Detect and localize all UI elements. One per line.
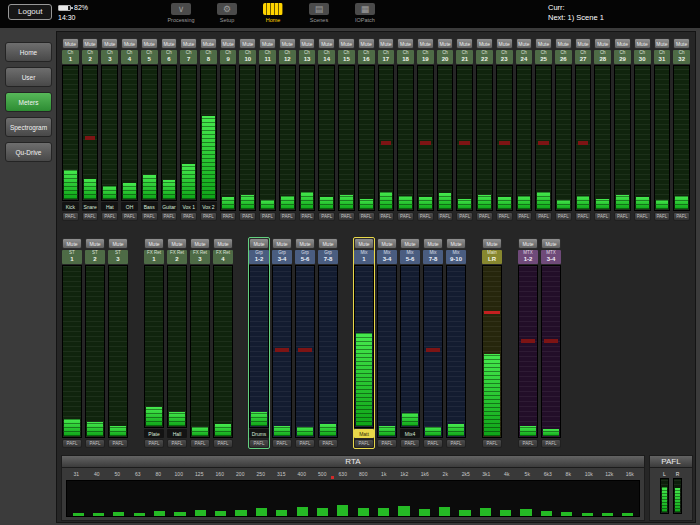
mute-button[interactable]: Mute [190,238,210,249]
channel-header[interactable]: Ch21 [456,50,473,64]
mute-button[interactable]: Mute [437,38,454,49]
mute-button[interactable]: Mute [535,38,552,49]
mute-button[interactable]: Mute [614,38,631,49]
channel-header[interactable]: Mix1 [354,250,374,264]
channel-header[interactable]: Ch23 [496,50,513,64]
pafl-button[interactable]: PAFL [220,212,237,221]
pafl-button[interactable]: PAFL [200,212,217,221]
pafl-button[interactable]: PAFL [400,439,420,448]
pafl-button[interactable]: PAFL [190,439,210,448]
channel-header[interactable]: Ch28 [594,50,611,64]
mute-button[interactable]: Mute [456,38,473,49]
pafl-button[interactable]: PAFL [496,212,513,221]
channel-header[interactable]: Ch24 [516,50,533,64]
pafl-button[interactable]: PAFL [144,439,164,448]
channel-header[interactable]: Ch3 [101,50,118,64]
mute-button[interactable]: Mute [446,238,466,249]
pafl-button[interactable]: PAFL [397,212,414,221]
mute-button[interactable]: Mute [673,38,690,49]
pafl-button[interactable]: PAFL [259,212,276,221]
pafl-button[interactable]: PAFL [213,439,233,448]
mute-button[interactable]: Mute [272,238,292,249]
mute-button[interactable]: Mute [161,38,178,49]
channel-header[interactable]: ST2 [85,250,105,264]
mute-button[interactable]: Mute [377,238,397,249]
channel-header[interactable]: Ch4 [121,50,138,64]
mute-button[interactable]: Mute [378,38,395,49]
pafl-button[interactable]: PAFL [338,212,355,221]
mute-button[interactable]: Mute [180,38,197,49]
pafl-button[interactable]: PAFL [299,212,316,221]
mute-button[interactable]: Mute [496,38,513,49]
pafl-button[interactable]: PAFL [101,212,118,221]
pafl-button[interactable]: PAFL [476,212,493,221]
channel-header[interactable]: Ch9 [220,50,237,64]
pafl-button[interactable]: PAFL [535,212,552,221]
mute-button[interactable]: Mute [417,38,434,49]
channel-header[interactable]: Mix3-4 [377,250,397,264]
mute-button[interactable]: Mute [249,238,269,249]
channel-header[interactable]: MainLR [482,250,502,264]
pafl-button[interactable]: PAFL [673,212,690,221]
channel-header[interactable]: FX Ret1 [144,250,164,264]
channel-header[interactable]: Ch12 [279,50,296,64]
sidebar-item-home[interactable]: Home [5,42,52,62]
channel-header[interactable]: MTX3-4 [541,250,561,264]
channel-header[interactable]: Ch11 [259,50,276,64]
mute-button[interactable]: Mute [200,38,217,49]
pafl-button[interactable]: PAFL [121,212,138,221]
channel-header[interactable]: Ch22 [476,50,493,64]
channel-header[interactable]: Ch7 [180,50,197,64]
mute-button[interactable]: Mute [397,38,414,49]
mute-button[interactable]: Mute [423,238,443,249]
logout-button[interactable]: Logout [8,4,52,20]
mute-button[interactable]: Mute [213,238,233,249]
pafl-button[interactable]: PAFL [295,439,315,448]
channel-header[interactable]: Ch1 [62,50,79,64]
pafl-button[interactable]: PAFL [482,439,502,448]
mute-button[interactable]: Mute [121,38,138,49]
channel-header[interactable]: Ch13 [299,50,316,64]
nav-item-home[interactable]: Home [252,2,294,23]
mute-button[interactable]: Mute [239,38,256,49]
channel-header[interactable]: ST1 [62,250,82,264]
channel-header[interactable]: Mix9-10 [446,250,466,264]
channel-header[interactable]: Mix7-8 [423,250,443,264]
pafl-button[interactable]: PAFL [318,439,338,448]
mute-button[interactable]: Mute [594,38,611,49]
pafl-button[interactable]: PAFL [354,439,374,448]
channel-header[interactable]: Grp3-4 [272,250,292,264]
pafl-button[interactable]: PAFL [516,212,533,221]
mute-button[interactable]: Mute [476,38,493,49]
channel-header[interactable]: Ch30 [634,50,651,64]
channel-header[interactable]: Ch25 [535,50,552,64]
mute-button[interactable]: Mute [318,238,338,249]
channel-header[interactable]: Ch32 [673,50,690,64]
mute-button[interactable]: Mute [518,238,538,249]
channel-header[interactable]: MTX1-2 [518,250,538,264]
pafl-button[interactable]: PAFL [141,212,158,221]
mute-button[interactable]: Mute [62,238,82,249]
mute-button[interactable]: Mute [358,38,375,49]
pafl-button[interactable]: PAFL [161,212,178,221]
pafl-button[interactable]: PAFL [62,212,79,221]
pafl-button[interactable]: PAFL [541,439,561,448]
channel-header[interactable]: ST3 [108,250,128,264]
pafl-button[interactable]: PAFL [82,212,99,221]
pafl-button[interactable]: PAFL [85,439,105,448]
pafl-button[interactable]: PAFL [249,439,269,448]
mute-button[interactable]: Mute [299,38,316,49]
mute-button[interactable]: Mute [62,38,79,49]
channel-header[interactable]: FX Ret2 [167,250,187,264]
mute-button[interactable]: Mute [400,238,420,249]
mute-button[interactable]: Mute [575,38,592,49]
pafl-button[interactable]: PAFL [614,212,631,221]
pafl-button[interactable]: PAFL [594,212,611,221]
mute-button[interactable]: Mute [101,38,118,49]
channel-header[interactable]: Ch8 [200,50,217,64]
channel-header[interactable]: Ch6 [161,50,178,64]
sidebar-item-spectrogram[interactable]: Spectrogram [5,117,52,137]
channel-header[interactable]: Ch19 [417,50,434,64]
pafl-button[interactable]: PAFL [437,212,454,221]
mute-button[interactable]: Mute [338,38,355,49]
